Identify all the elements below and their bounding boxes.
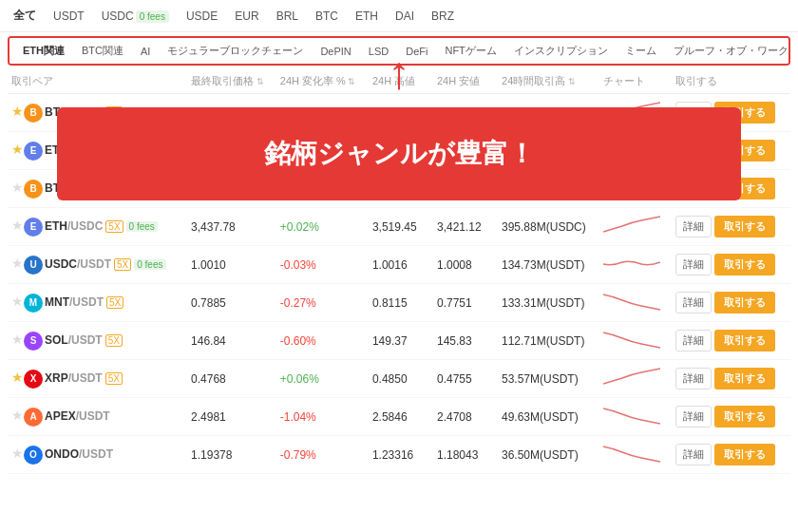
th-取引ペア: 取引ペア xyxy=(8,69,187,94)
filter-item-USDE[interactable]: USDE xyxy=(182,8,221,25)
star-icon[interactable]: ★ xyxy=(11,180,24,195)
cat-item-モジュラーブロックチェーン[interactable]: モジュラーブロックチェーン xyxy=(162,42,309,60)
chart-cell xyxy=(599,246,671,284)
filter-item-ETH[interactable]: ETH xyxy=(352,8,382,25)
volume-cell: 395.88M(USDC) xyxy=(498,208,599,246)
change-cell: +0.02% xyxy=(276,208,369,246)
price-cell: 146.84 xyxy=(187,322,276,360)
mini-chart-svg xyxy=(603,329,660,350)
filter-item-BRZ[interactable]: BRZ xyxy=(428,8,458,25)
pair-name: ETH/USDC xyxy=(45,219,103,233)
trade-button[interactable]: 取引する xyxy=(714,444,775,466)
pair-name: ONDO/USDT xyxy=(45,447,113,461)
cat-item-AI[interactable]: AI xyxy=(135,44,156,59)
high-cell: 0.4850 xyxy=(369,360,433,398)
change-cell: -0.60% xyxy=(276,322,369,360)
filter-item-DAI[interactable]: DAI xyxy=(391,8,418,25)
action-cell: 詳細取引する xyxy=(672,246,790,284)
pair-base: MNT xyxy=(45,295,69,309)
star-icon[interactable]: ★ xyxy=(11,408,24,423)
th-24H 変化率 %[interactable]: 24H 変化率 % ⇅ xyxy=(276,69,369,94)
filter-item-BTC[interactable]: BTC xyxy=(312,8,342,25)
trade-button[interactable]: 取引する xyxy=(714,368,775,390)
star-icon[interactable]: ★ xyxy=(11,332,24,347)
change-cell: -0.79% xyxy=(276,436,369,474)
low-cell: 145.83 xyxy=(433,322,498,360)
detail-button[interactable]: 詳細 xyxy=(675,330,712,352)
trade-button[interactable]: 取引する xyxy=(714,216,775,238)
volume-cell: 53.57M(USDT) xyxy=(498,360,599,398)
trade-button[interactable]: 取引する xyxy=(714,254,775,276)
filter-item-USDC[interactable]: USDC0 fees xyxy=(98,8,173,25)
star-icon[interactable]: ★ xyxy=(11,370,24,385)
trade-button[interactable]: 取引する xyxy=(714,292,775,314)
volume-cell: 112.71M(USDT) xyxy=(498,322,599,360)
trade-button[interactable]: 取引する xyxy=(714,330,775,352)
trade-button[interactable]: 取引する xyxy=(714,406,775,428)
filter-item-全て[interactable]: 全て xyxy=(10,6,40,26)
coin-icon: A xyxy=(24,408,43,427)
filter-item-EUR[interactable]: EUR xyxy=(231,8,262,25)
pair-name: APEX/USDT xyxy=(45,409,110,423)
pair-quote: /USDT xyxy=(68,333,103,347)
th-24時間取引高[interactable]: 24時間取引高 ⇅ xyxy=(498,69,599,94)
coin-icon: X xyxy=(24,370,43,389)
cat-item-BTC関連[interactable]: BTC関連 xyxy=(76,42,129,60)
star-icon[interactable]: ★ xyxy=(11,256,24,271)
pair-cell: ★XXRP/USDT5X xyxy=(8,360,187,398)
coin-icon: O xyxy=(24,446,43,465)
mini-chart-svg xyxy=(603,215,660,236)
leverage-badge: 5X xyxy=(105,372,123,385)
low-cell: 3,421.12 xyxy=(433,208,498,246)
high-cell: 149.37 xyxy=(369,322,433,360)
fees-badge: 0 fees xyxy=(134,259,165,270)
overlay-banner: ↑ 銘柄ジャンルが豊富！ xyxy=(57,107,741,200)
star-icon[interactable]: ★ xyxy=(11,142,24,157)
detail-button[interactable]: 詳細 xyxy=(675,254,712,276)
action-cell: 詳細取引する xyxy=(672,436,790,474)
action-cell: 詳細取引する xyxy=(672,208,790,246)
change-cell: +0.06% xyxy=(276,360,369,398)
action-cell: 詳細取引する xyxy=(672,284,790,322)
star-icon[interactable]: ★ xyxy=(11,294,24,309)
th-最終取引価格[interactable]: 最終取引価格 ⇅ xyxy=(187,69,276,94)
table-container: 取引ペア最終取引価格 ⇅24H 変化率 % ⇅24H 高値24H 安値24時間取… xyxy=(0,69,798,474)
volume-cell: 134.73M(USDT) xyxy=(498,246,599,284)
detail-button[interactable]: 詳細 xyxy=(675,368,712,390)
cat-item-NFTゲーム[interactable]: NFTゲーム xyxy=(439,42,502,60)
table-row: ★EETH/USDC5X0 fees3,437.78+0.02%3,519.45… xyxy=(8,208,790,246)
volume-cell: 133.31M(USDT) xyxy=(498,284,599,322)
pair-quote: /USDT xyxy=(79,447,113,461)
cat-item-DePIN[interactable]: DePIN xyxy=(314,44,356,59)
pair-base: APEX xyxy=(45,409,76,423)
chart-cell xyxy=(599,284,671,322)
low-cell: 1.18043 xyxy=(433,436,498,474)
pair-cell: ★UUSDC/USDT5X0 fees xyxy=(8,246,187,284)
detail-button[interactable]: 詳細 xyxy=(675,406,712,428)
cat-item-プルーフ・オブ・ワーク[interactable]: プルーフ・オブ・ワーク xyxy=(668,42,790,60)
star-icon[interactable]: ★ xyxy=(11,104,24,119)
star-icon[interactable]: ★ xyxy=(11,446,24,461)
cat-item-ETH関連[interactable]: ETH関連 xyxy=(17,42,70,60)
mini-chart-svg xyxy=(603,253,660,274)
cat-item-インスクリプション[interactable]: インスクリプション xyxy=(508,42,614,60)
low-cell: 0.4755 xyxy=(433,360,498,398)
action-cell: 詳細取引する xyxy=(672,398,790,436)
cat-item-ミーム[interactable]: ミーム xyxy=(619,42,662,60)
detail-button[interactable]: 詳細 xyxy=(675,444,712,466)
pair-cell: ★EETH/USDC5X0 fees xyxy=(8,208,187,246)
mini-chart-svg xyxy=(603,291,660,312)
filter-item-USDT[interactable]: USDT xyxy=(49,8,88,25)
arrow-icon: ↑ xyxy=(388,50,410,96)
fees-badge: 0 fees xyxy=(126,221,158,232)
star-icon[interactable]: ★ xyxy=(11,218,24,233)
filter-item-BRL[interactable]: BRL xyxy=(273,8,302,25)
coin-icon: M xyxy=(24,294,43,313)
detail-button[interactable]: 詳細 xyxy=(675,292,712,314)
top-filter-bar: 全てUSDTUSDC0 feesUSDEEURBRLBTCETHDAIBRZ xyxy=(0,0,798,32)
th-24H 安値: 24H 安値 xyxy=(433,69,498,94)
detail-button[interactable]: 詳細 xyxy=(675,216,712,238)
leverage-badge: 5X xyxy=(106,296,124,309)
mini-chart-svg xyxy=(603,405,660,426)
high-cell: 1.23316 xyxy=(369,436,433,474)
